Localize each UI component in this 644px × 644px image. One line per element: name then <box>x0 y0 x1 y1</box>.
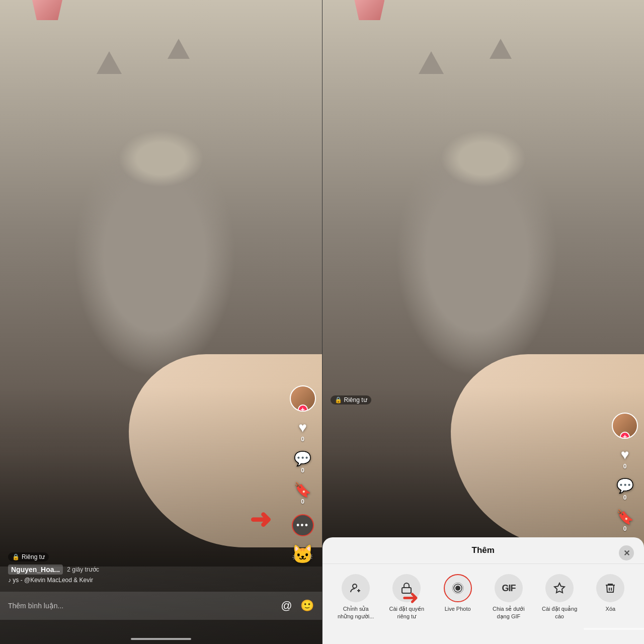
delete-label: Xóa <box>606 605 616 612</box>
cat-ear-right <box>168 39 190 59</box>
sheet-header: Thêm ✕ <box>323 545 645 564</box>
sheet-item-live-photo[interactable]: Live Photo <box>438 574 478 620</box>
privacy-badge: 🔒 Riêng tư <box>8 552 49 561</box>
ads-icon <box>545 574 574 602</box>
comment-button-right[interactable]: 💬 0 <box>616 479 634 501</box>
music-note-icon: ♪ <box>8 577 13 584</box>
like-count: 0 <box>301 436 304 443</box>
right-sidebar: + ♥ 0 💬 0 🔖 0 ••• 🐱 <box>290 385 316 564</box>
user-info-row: Nguyen_Hoa... 2 giây trước <box>8 565 287 575</box>
right-panel: + ♥ 0 💬 0 🔖 0 ••• 🔒 Riêng tư Thêm ✕ <box>323 0 645 644</box>
comment-input-placeholder[interactable]: Thêm bình luận... <box>8 602 275 610</box>
creator-avatar[interactable]: + <box>290 385 316 412</box>
follow-badge[interactable]: + <box>298 405 308 412</box>
like-button-right[interactable]: ♥ 0 <box>621 448 629 470</box>
follow-badge-right[interactable]: + <box>620 432 630 439</box>
bookmark-count: 0 <box>301 498 304 505</box>
sheet-items-row: Chỉnh sửa những người... Cài đặt quyền r… <box>323 570 645 624</box>
like-count-right: 0 <box>623 463 627 470</box>
ads-label: Cài đặt quảng cáo <box>539 605 580 620</box>
delete-icon <box>596 574 624 602</box>
edit-users-label: Chỉnh sửa những người... <box>336 605 376 620</box>
heart-icon: ♥ <box>298 421 307 435</box>
sheet-item-gif[interactable]: GIF Chia sẻ dưới dạng GIF <box>489 574 529 620</box>
time-ago-label: 2 giây trước <box>67 566 99 573</box>
username-label: Nguyen_Hoa... <box>8 565 63 575</box>
lock-icon: 🔒 <box>12 553 20 560</box>
comment-action-icons: @ 🙂 <box>281 599 313 612</box>
sheet-close-button[interactable]: ✕ <box>619 545 634 560</box>
live-photo-icon <box>444 574 472 602</box>
home-bar <box>131 638 191 640</box>
bookmark-icon-right: 🔖 <box>616 510 634 524</box>
sheet-item-edit-users[interactable]: Chỉnh sửa những người... <box>336 574 376 620</box>
emoji-icon[interactable]: 🙂 <box>300 599 314 612</box>
heart-icon-right: ♥ <box>621 448 629 462</box>
svg-point-2 <box>455 586 460 591</box>
comment-icon: 💬 <box>294 452 311 466</box>
lock-icon-right: 🔒 <box>335 396 342 404</box>
instruction-arrow-right: ➜ <box>402 586 419 609</box>
creator-avatar-right[interactable]: + <box>612 413 638 439</box>
sheet-item-ads[interactable]: Cài đặt quảng cáo <box>539 574 580 620</box>
video-info: 🔒 Riêng tư Nguyen_Hoa... 2 giây trước ♪ … <box>8 552 287 584</box>
gif-label: Chia sẻ dưới dạng GIF <box>489 605 529 620</box>
hanger-decoration <box>32 0 62 20</box>
at-icon[interactable]: @ <box>281 599 292 612</box>
home-bar-right <box>584 628 644 630</box>
cat-ear-left <box>97 51 122 74</box>
left-panel: + ♥ 0 💬 0 🔖 0 ••• 🐱 🔒 Riêng tư Nguyen_Ho… <box>0 0 322 644</box>
sheet-title: Thêm <box>472 545 495 555</box>
bookmark-button[interactable]: 🔖 0 <box>294 483 311 505</box>
close-icon: ✕ <box>623 548 630 558</box>
gif-icon: GIF <box>495 574 523 602</box>
privacy-label: Riêng tư <box>22 553 45 560</box>
instruction-arrow-left: ➜ <box>250 504 272 534</box>
sheet-item-delete[interactable]: Xóa <box>590 574 630 620</box>
bookmark-icon: 🔖 <box>294 483 311 497</box>
privacy-badge-right: 🔒 Riêng tư <box>331 395 371 408</box>
bottom-sheet: Thêm ✕ ➜ Chỉnh sửa những người... <box>323 537 645 644</box>
hanger-decoration-right <box>354 0 384 20</box>
disc-icon: 🐱 <box>291 545 314 564</box>
live-photo-label: Live Photo <box>445 605 471 612</box>
music-disc[interactable]: 🐱 <box>291 545 314 564</box>
comment-count-right: 0 <box>623 494 627 501</box>
bookmark-count-right: 0 <box>623 525 627 532</box>
comment-count: 0 <box>301 467 304 474</box>
comment-icon-right: 💬 <box>616 479 634 493</box>
three-dots-icon: ••• <box>296 520 309 531</box>
bookmark-button-right[interactable]: 🔖 0 <box>616 510 634 532</box>
privacy-label-right: Riêng tư <box>344 396 367 404</box>
more-options-button[interactable]: ••• <box>292 514 314 536</box>
like-button[interactable]: ♥ 0 <box>298 421 307 443</box>
svg-point-0 <box>353 584 357 588</box>
music-label: ♪ ys - @Kevin MacLeod & Kevir <box>8 577 287 584</box>
comment-bar: Thêm bình luận... @ 🙂 <box>0 592 322 620</box>
edit-users-icon <box>342 574 370 602</box>
comment-button[interactable]: 💬 0 <box>294 452 311 474</box>
cat-ear-right-right <box>490 39 512 59</box>
cat-ear-left-right <box>419 51 444 74</box>
